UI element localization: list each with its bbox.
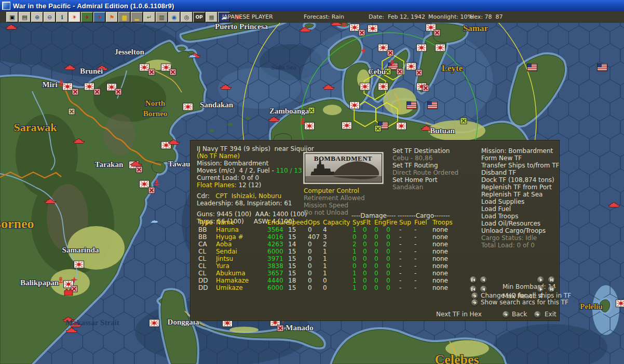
marker-japanese-base-flag[interactable] — [140, 180, 150, 188]
toolbar-unload-button[interactable]: ↵ — [143, 12, 155, 22]
show-search-arcs-button[interactable] — [471, 299, 478, 306]
marker-japanese-base-flag[interactable] — [417, 44, 427, 51]
exit-arrow-button[interactable] — [534, 311, 541, 318]
marker-allied-base-flag[interactable] — [527, 64, 537, 71]
ship-name-link[interactable]: Haruna — [216, 226, 267, 233]
action-disband-tf[interactable]: Disband TF — [481, 169, 559, 176]
show-search-arcs-label[interactable]: Show search arcs for this TF — [481, 299, 568, 306]
action-load-oil-resources[interactable]: Load Oil/Resources — [481, 220, 559, 227]
mode-computer-control[interactable]: Computer Control — [304, 187, 365, 194]
nav-set-home-port[interactable]: Set Home Port — [392, 176, 458, 184]
ship-name-link[interactable]: Yura — [216, 262, 267, 270]
toolbar-zoom-out-button[interactable]: ⊖ — [44, 12, 56, 22]
marker-japanese-base-flag[interactable] — [368, 25, 378, 32]
marker-base-marker[interactable] — [423, 85, 429, 91]
toolbar-info-button[interactable]: ℹ — [56, 12, 68, 22]
action-load-supplies[interactable]: Load Supplies — [481, 198, 559, 205]
marker-japanese-base-flag[interactable] — [150, 319, 159, 327]
mode-mission-speed[interactable]: Mission Speed — [304, 202, 365, 209]
marker-japanese-base-flag[interactable] — [342, 122, 352, 129]
marker-japanese-base-flag[interactable] — [63, 83, 73, 90]
min-bombard-increase-button[interactable] — [537, 276, 544, 283]
toolbar-air-transfer-button[interactable]: ✈ — [93, 12, 105, 22]
toolbar-japan-sun-button[interactable]: ☀ — [69, 12, 80, 22]
marker-japanese-base-flag[interactable] — [378, 44, 388, 51]
toolbar-save-button[interactable]: ▣ — [6, 12, 18, 22]
change-hq-label[interactable]: Change HQ for all ships in TF — [481, 292, 571, 299]
marker-base-marker-neutral[interactable] — [69, 108, 75, 115]
marker-japanese-base-flag[interactable] — [305, 122, 315, 130]
marker-japanese-base-flag[interactable] — [360, 83, 370, 90]
marker-airfield-marker[interactable] — [460, 118, 467, 124]
marker-base-marker[interactable] — [387, 50, 394, 56]
back-arrow-button[interactable] — [503, 311, 509, 318]
marker-allied-base-flag[interactable] — [407, 102, 417, 109]
marker-base-marker[interactable] — [359, 30, 365, 36]
marker-japanese-base-flag[interactable] — [436, 44, 445, 51]
marker-japanese-base-flag[interactable] — [183, 103, 193, 110]
marker-japanese-base-flag[interactable] — [350, 102, 360, 109]
ship-name-link[interactable]: Hamakaze — [216, 277, 267, 284]
back-button[interactable]: Back — [512, 311, 527, 318]
marker-base-marker[interactable] — [94, 89, 100, 95]
ship-name-link[interactable]: Abukuma — [216, 270, 267, 277]
max-react-decrease-full-button[interactable] — [470, 286, 477, 292]
marker-japanese-base-flag[interactable] — [378, 83, 388, 90]
action-load-fuel[interactable]: Load Fuel — [481, 205, 559, 213]
marker-base-marker[interactable] — [136, 166, 142, 173]
toolbar-op-report-button[interactable]: OP — [193, 12, 205, 22]
marker-japanese-base-flag[interactable] — [616, 300, 624, 307]
marker-japanese-base-flag[interactable] — [406, 63, 416, 70]
ship-name-link[interactable]: Umikaze — [216, 284, 267, 291]
marker-japanese-base-flag[interactable] — [350, 24, 360, 31]
toolbar-reports-button[interactable]: ▤ — [19, 12, 31, 22]
marker-airfield-marker[interactable] — [375, 125, 381, 132]
action-replenish-tf-from-port[interactable]: Replenish TF from Port — [481, 184, 559, 191]
marker-japanese-base-flag[interactable] — [397, 122, 406, 130]
toolbar-air-combat-button[interactable]: ✈ — [81, 12, 93, 22]
marker-base-marker[interactable] — [170, 69, 176, 75]
nav-set-tf-routing[interactable]: Set TF Routing — [392, 162, 458, 169]
marker-base-marker[interactable] — [115, 89, 121, 95]
toolbar-globe-button[interactable]: ◉ — [168, 12, 180, 22]
marker-japanese-base-flag[interactable] — [140, 64, 150, 71]
next-tf-in-hex-button[interactable]: Next TF in Hex — [436, 311, 482, 318]
marker-japanese-base-flag[interactable] — [74, 261, 84, 268]
toolbar-flag-button[interactable]: ⚑ — [106, 12, 118, 22]
ship-name-link[interactable]: Hyuga # — [216, 233, 267, 241]
action-unload-cargo-troops[interactable]: Unload Cargo/Troops — [481, 227, 559, 234]
action-mission-bombardment[interactable]: Mission: Bombardment — [481, 147, 559, 155]
marker-base-marker[interactable] — [72, 89, 78, 95]
ship-name-link[interactable]: Sendai — [216, 248, 267, 255]
nav-set-tf-destination[interactable]: Set TF Destination — [392, 147, 458, 155]
action-transfer-ships-to-from-tf[interactable]: Transfer Ships to/from TF — [481, 162, 559, 169]
ship-name-link[interactable]: Jintsu — [216, 255, 267, 262]
action-replenish-tf-at-sea[interactable]: Replenish TF at Sea — [481, 191, 559, 198]
mode-retirement-allowed[interactable]: Retirement Allowed — [304, 194, 365, 202]
toolbar-amphibious-button[interactable]: ▥ — [156, 12, 168, 22]
change-hq-button[interactable] — [471, 292, 478, 299]
toolbar-world-map-button[interactable]: ◎ — [181, 12, 193, 22]
marker-base-marker[interactable] — [148, 187, 155, 193]
marker-base-marker[interactable] — [148, 69, 155, 75]
marker-base-marker[interactable] — [434, 30, 440, 36]
marker-japanese-base-flag[interactable] — [85, 83, 94, 90]
marker-base-marker[interactable] — [277, 325, 283, 331]
marker-base-marker[interactable] — [397, 68, 403, 75]
toolbar-naval-ship-button[interactable]: ▆ — [118, 12, 130, 22]
exit-button[interactable]: Exit — [545, 311, 557, 318]
marker-airfield-marker[interactable] — [308, 107, 315, 114]
nav-direct-route-ordered[interactable]: Direct Route Ordered — [392, 169, 458, 176]
marker-allied-base-flag[interactable] — [598, 64, 607, 71]
marker-base-marker[interactable] — [416, 69, 422, 76]
toolbar-display-settings-button[interactable]: ▦ — [206, 12, 218, 22]
marker-allied-base-flag[interactable] — [428, 102, 438, 109]
toolbar-task-force-button[interactable]: ▂ — [131, 12, 143, 22]
min-bombard-increase-full-button[interactable] — [548, 276, 555, 283]
ship-name-link[interactable]: Aoba — [216, 241, 267, 248]
min-bombard-decrease-button[interactable] — [480, 276, 487, 283]
min-bombard-decrease-full-button[interactable] — [470, 276, 477, 283]
action-dock-tf-108-874-tons[interactable]: Dock TF (108,874 tons) — [481, 176, 559, 184]
action-form-new-tf[interactable]: Form New TF — [481, 155, 559, 162]
toolbar-zoom-in-button[interactable]: ⊕ — [31, 12, 43, 22]
